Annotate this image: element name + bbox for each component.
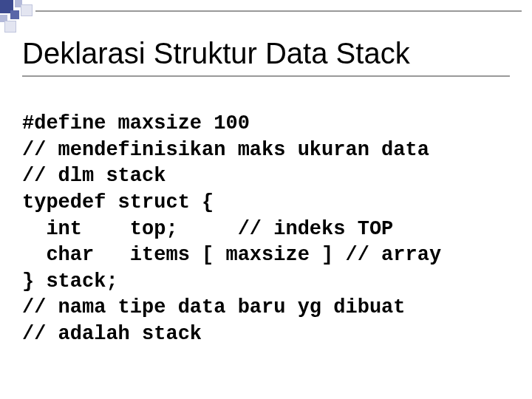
slide: Deklarasi Struktur Data Stack #define ma… — [0, 0, 532, 399]
code-line: char items [ maxsize ] // array — [22, 244, 441, 266]
title-area: Deklarasi Struktur Data Stack — [22, 37, 510, 77]
code-line: #define maxsize 100 — [22, 112, 250, 134]
deco-square — [21, 4, 33, 16]
deco-square — [4, 21, 16, 33]
slide-title: Deklarasi Struktur Data Stack — [22, 37, 510, 69]
code-block: #define maxsize 100 // mendefinisikan ma… — [22, 111, 510, 348]
code-line: // mendefinisikan maks ukuran data — [22, 139, 429, 161]
title-underline — [22, 75, 510, 77]
code-line: } stack; — [22, 270, 118, 293]
corner-decoration — [0, 0, 31, 31]
code-line: // adalah stack — [22, 323, 202, 345]
deco-square — [10, 10, 19, 19]
top-rule — [35, 10, 522, 12]
code-line: // dlm stack — [22, 165, 166, 187]
code-line: int top; // indeks TOP — [22, 218, 393, 240]
code-line: typedef struct { — [22, 191, 214, 214]
code-line: // nama tipe data baru yg dibuat — [22, 296, 405, 318]
